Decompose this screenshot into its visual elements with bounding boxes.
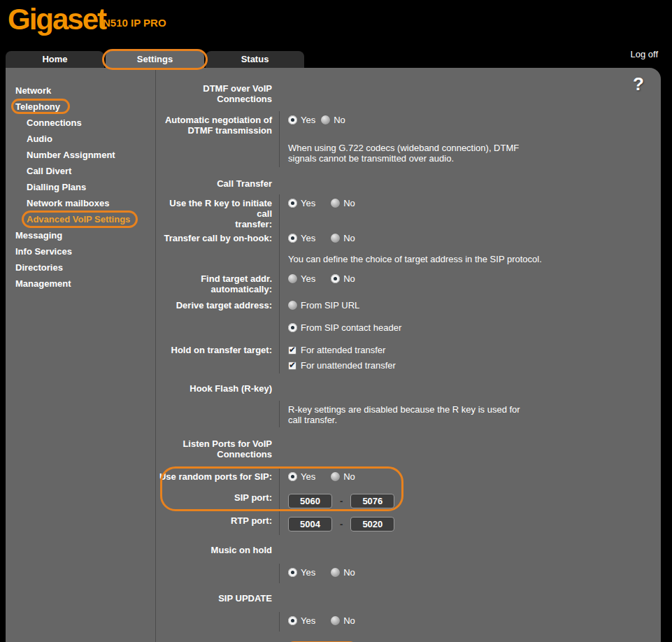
on-hook-yes-label: Yes [301, 233, 315, 243]
sip-update-yes-radio[interactable] [288, 616, 297, 625]
sidebar-item-dialling-plans[interactable]: Dialling Plans [6, 179, 155, 195]
row-sip-port: SIP port: - [156, 489, 661, 512]
sidebar-item-network[interactable]: Network [6, 83, 155, 99]
dtmf-auto-yes-radio[interactable] [288, 115, 297, 124]
sip-port-to-input[interactable] [350, 494, 394, 508]
sidebar-item-telephony[interactable]: Telephony [6, 99, 155, 115]
dtmf-title-line2: Connections [156, 94, 272, 104]
row-rtp-port: RTP port: - [156, 512, 661, 535]
hook-flash-hint-text: R-key settings are disabled because the … [288, 404, 533, 425]
sidebar-item-call-divert[interactable]: Call Divert [6, 163, 155, 179]
dtmf-auto-yes-label: Yes [301, 115, 315, 125]
rtp-port-label: RTP port: [156, 512, 279, 535]
unattended-transfer-checkbox[interactable] [288, 362, 296, 370]
dtmf-hint-text: When using G.722 codecs (wideband connec… [288, 143, 533, 164]
sidebar-item-connections[interactable]: Connections [6, 115, 155, 131]
model-name: N510 IP PRO [103, 17, 166, 29]
row-r-key: Use the R key to initiate call transfer:… [156, 194, 661, 229]
r-key-yes-label: Yes [301, 198, 315, 208]
random-ports-no-label: No [343, 471, 355, 482]
target-hint-text: You can define the choice of target addr… [288, 254, 542, 264]
section-title-dtmf: DTMF over VoIP Connections [156, 83, 661, 104]
dtmf-auto-no-radio[interactable] [321, 115, 330, 124]
row-music-on-hold: Yes No [156, 564, 661, 583]
rtp-port-range-separator: - [340, 519, 343, 529]
r-key-label-line2: transfer: [156, 219, 272, 229]
on-hook-label: Transfer call by on-hook: [156, 229, 279, 250]
sidebar-item-management[interactable]: Management [6, 276, 155, 292]
music-on-hold-yes-label: Yes [301, 567, 315, 578]
row-hook-flash-hint: R-key settings are disabled because the … [156, 401, 661, 427]
section-title-listen-ports: Listen Ports for VoIP Connections [156, 438, 661, 459]
music-on-hold-radio-group: Yes No [288, 567, 371, 578]
tab-status[interactable]: Status [206, 51, 304, 68]
sidebar-item-audio[interactable]: Audio [6, 131, 155, 147]
page-header: Gigaset N510 IP PRO [0, 0, 672, 51]
random-ports-label: Use random ports for SIP: [156, 468, 279, 489]
row-dtmf-auto-negotiation: Automatic negotiation of DTMF transmissi… [156, 111, 661, 139]
sip-port-label: SIP port: [156, 489, 279, 512]
r-key-no-radio[interactable] [331, 199, 340, 208]
ports-annotated-group: Use random ports for SIP: Yes No SIP por… [156, 468, 661, 512]
settings-form: DTMF over VoIP Connections Automatic neg… [156, 68, 661, 642]
attended-transfer-checkbox[interactable] [288, 346, 296, 355]
sip-update-no-radio[interactable] [331, 616, 340, 625]
dtmf-auto-radio-group: Yes No [288, 115, 361, 125]
main-panel: ? Network Telephony Connections Audio Nu… [6, 68, 661, 642]
tab-home[interactable]: Home [6, 51, 104, 68]
r-key-no-label: No [343, 198, 355, 208]
log-off-link[interactable]: Log off [630, 49, 658, 59]
hold-on-transfer-label: Hold on transfer target: [156, 341, 279, 373]
music-on-hold-no-label: No [343, 567, 355, 578]
sip-update-title: SIP UPDATE [156, 593, 279, 604]
sip-update-yes-label: Yes [301, 615, 315, 626]
dtmf-auto-label: Automatic negotiation of DTMF transmissi… [156, 111, 279, 139]
music-on-hold-title: Music on hold [156, 545, 279, 555]
r-key-label: Use the R key to initiate call transfer: [156, 194, 279, 229]
r-key-yes-radio[interactable] [288, 199, 297, 208]
hold-on-transfer-checkbox-group: For attended transfer For unattended tra… [288, 345, 396, 371]
section-title-music-on-hold: Music on hold [156, 545, 661, 555]
row-on-hook: Transfer call by on-hook: Yes No [156, 229, 661, 250]
find-target-no-radio[interactable] [331, 274, 340, 283]
tab-settings-label: Settings [137, 54, 173, 64]
section-title-sip-update: SIP UPDATE [156, 593, 661, 604]
derive-contact-header-label: From SIP contact header [301, 322, 401, 333]
derive-sip-url-radio[interactable] [288, 301, 297, 310]
sidebar-item-advanced-voip-settings[interactable]: Advanced VoIP Settings [6, 211, 155, 227]
find-target-yes-label: Yes [301, 273, 315, 284]
dtmf-auto-label-line2: DTMF transmission [156, 125, 272, 136]
sidebar: Network Telephony Connections Audio Numb… [6, 68, 156, 642]
attended-transfer-label: For attended transfer [301, 345, 385, 355]
row-derive-target: Derive target address: From SIP URL From… [156, 297, 661, 341]
music-on-hold-yes-radio[interactable] [288, 568, 297, 577]
sip-port-from-input[interactable] [288, 494, 332, 508]
derive-target-radio-group: From SIP URL From SIP contact header [288, 300, 417, 333]
random-ports-yes-radio[interactable] [288, 472, 297, 481]
row-find-target: Find target addr. automatically: Yes No [156, 270, 661, 297]
derive-sip-url-label: From SIP URL [301, 300, 359, 311]
derive-target-label: Derive target address: [156, 297, 279, 341]
sidebar-item-number-assignment[interactable]: Number Assignment [6, 147, 155, 163]
derive-contact-header-radio[interactable] [288, 323, 297, 332]
sidebar-item-messaging[interactable]: Messaging [6, 227, 155, 243]
find-target-yes-radio[interactable] [288, 274, 297, 283]
random-ports-no-radio[interactable] [331, 472, 340, 481]
r-key-radio-group: Yes No [288, 198, 371, 208]
tab-settings[interactable]: Settings [106, 51, 204, 68]
sidebar-item-network-mailboxes[interactable]: Network mailboxes [6, 195, 155, 211]
call-transfer-title: Call Transfer [156, 178, 279, 189]
find-target-radio-group: Yes No [288, 273, 371, 284]
row-random-ports: Use random ports for SIP: Yes No [156, 468, 661, 489]
music-on-hold-no-radio[interactable] [331, 568, 340, 577]
on-hook-no-radio[interactable] [331, 234, 340, 243]
row-sip-update: Yes No [156, 612, 661, 632]
sidebar-item-info-services[interactable]: Info Services [6, 243, 155, 259]
r-key-label-line1: Use the R key to initiate call [156, 198, 272, 219]
rtp-port-to-input[interactable] [350, 517, 394, 532]
on-hook-yes-radio[interactable] [288, 234, 297, 243]
sidebar-item-directories[interactable]: Directories [6, 259, 155, 276]
rtp-port-from-input[interactable] [288, 517, 332, 532]
tab-bar: Home Settings Status [6, 51, 306, 68]
unattended-transfer-label: For unattended transfer [301, 360, 396, 371]
